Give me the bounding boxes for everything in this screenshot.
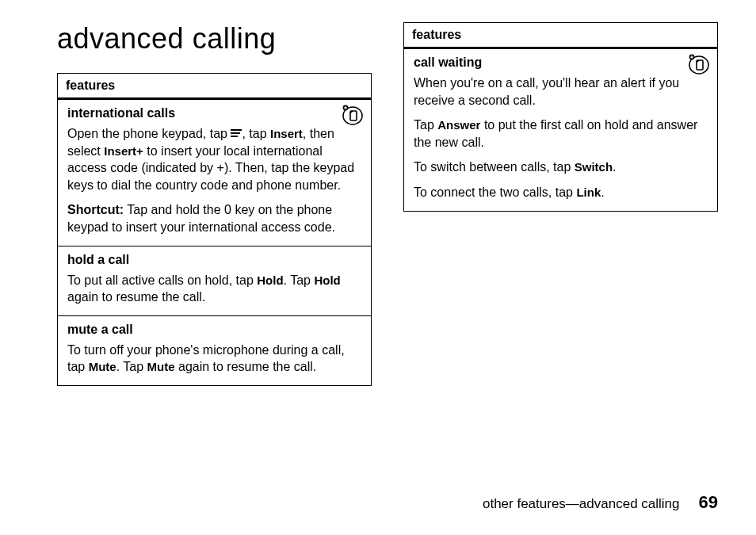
page-footer: other features—advanced calling 69 <box>483 492 718 513</box>
ui-label: Link <box>576 185 601 199</box>
left-features-header: features <box>58 74 371 100</box>
sim-plus-icon <box>687 54 709 78</box>
right-features-header: features <box>404 23 717 49</box>
feature-section: mute a callTo turn off your phone's micr… <box>58 316 371 385</box>
ui-label: Mute <box>89 360 116 373</box>
feature-section: international callsOpen the phone keypad… <box>58 100 371 246</box>
ui-label: Insert+ <box>104 144 143 158</box>
ui-label: Mute <box>147 360 175 373</box>
paragraph: Shortcut: Tap and hold the 0 key on the … <box>67 201 361 235</box>
right-sections: call waitingWhen you're on a call, you'l… <box>404 49 717 211</box>
bold-text: Shortcut: <box>67 203 124 216</box>
ui-label: Insert <box>270 127 303 140</box>
feature-body: To put all active calls on hold, tap Hol… <box>67 272 361 306</box>
feature-title: international calls <box>67 106 361 120</box>
feature-section: hold a callTo put all active calls on ho… <box>58 246 371 316</box>
ui-label: Hold <box>257 273 283 287</box>
paragraph: Tap Answer to put the first call on hold… <box>414 117 708 151</box>
left-sections: international callsOpen the phone keypad… <box>58 100 371 385</box>
feature-title: call waiting <box>414 55 708 70</box>
right-features-box: features call waitingWhen you're on a ca… <box>403 22 718 212</box>
feature-title: hold a call <box>67 253 361 267</box>
ui-label: Hold <box>314 273 340 287</box>
feature-body: Open the phone keypad, tap , tap Insert,… <box>67 125 361 236</box>
paragraph: To switch between calls, tap Switch. <box>414 159 708 176</box>
feature-title: mute a call <box>67 323 361 337</box>
paragraph: To turn off your phone's microphone duri… <box>67 342 361 376</box>
feature-section: call waitingWhen you're on a call, you'l… <box>404 49 717 211</box>
paragraph: Open the phone keypad, tap , tap Insert,… <box>67 125 361 193</box>
paragraph: When you're on a call, you'll hear an al… <box>414 75 708 109</box>
paragraph: To put all active calls on hold, tap Hol… <box>67 272 361 306</box>
sim-plus-icon <box>341 105 363 128</box>
feature-body: To turn off your phone's microphone duri… <box>67 342 361 376</box>
menu-icon <box>231 129 242 139</box>
feature-body: When you're on a call, you'll hear an al… <box>414 75 708 201</box>
footer-text: other features—advanced calling <box>483 496 680 512</box>
page-number: 69 <box>699 492 718 513</box>
ui-label: Switch <box>575 160 613 174</box>
left-features-box: features international callsOpen the pho… <box>57 73 372 386</box>
paragraph: To connect the two calls, tap Link. <box>414 184 708 201</box>
ui-label: Answer <box>437 118 480 132</box>
page-title: advanced calling <box>57 22 372 55</box>
